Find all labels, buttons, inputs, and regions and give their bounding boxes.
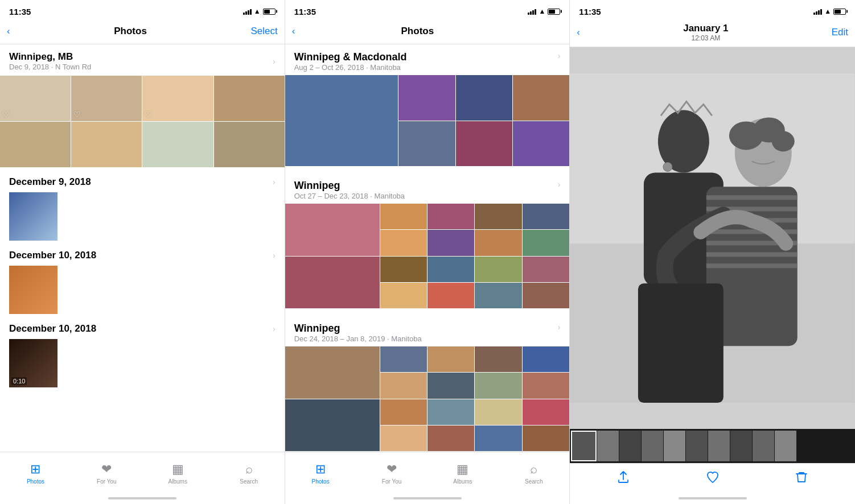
cc2e [523,204,569,229]
foryou-tab-icon-2: ❤ [387,462,397,477]
photo-cell-4[interactable] [214,76,285,121]
photo-cell-6[interactable] [71,122,142,167]
cc2m [475,257,521,282]
tab-photos-1[interactable]: ⊞ Photos [13,462,58,485]
chevron-place3-icon: › [558,323,561,332]
bottom-actions [570,463,855,493]
date-title-dec10a: December 10, 2018 [9,250,96,261]
wifi-icon-1: ▲ [254,7,261,15]
photo-cell-1[interactable]: ♡ [0,76,71,121]
tab-search-2[interactable]: ⌕ Search [511,462,557,485]
delete-button[interactable] [795,470,808,486]
place-date-1: Aug 2 – Oct 26, 2018 · Manitoba [294,63,407,72]
photo-cell-7[interactable] [142,122,213,167]
status-time-1: 11:35 [9,7,31,16]
tab-photos-2[interactable]: ⊞ Photos [298,462,343,485]
photo-dec10b[interactable]: 0:10 [9,339,57,387]
thumb-8[interactable] [730,431,752,461]
heart-badge-1: ♡ [2,110,10,119]
cc3l [428,399,474,425]
nav-back-2[interactable]: ‹ [292,26,295,37]
share-button[interactable] [616,470,630,486]
foryou-tab-icon-1: ❤ [101,462,112,477]
place-entry-3[interactable]: Winnipeg Dec 24, 2018 – Jan 8, 2019 · Ma… [285,323,570,452]
collage-cell-1d [513,75,569,121]
chevron-dec10b-icon: › [273,324,276,333]
search-tab-icon-2: ⌕ [530,462,537,477]
chevron-dec10a-icon: › [273,251,276,260]
photo-cell-3[interactable]: ♡ [142,76,213,121]
photo-dec10a[interactable] [9,266,57,314]
content-1: Winnipeg, MB Dec 9, 2018 · N Town Rd › ♡… [0,44,285,452]
place-entry-header-3: Winnipeg Dec 24, 2018 – Jan 8, 2019 · Ma… [285,323,570,346]
thumb-3[interactable] [619,431,641,461]
nav-title-2: Photos [401,26,434,37]
thumb-5[interactable] [664,431,685,461]
place-entry-header-1: Winnipeg & Macdonald Aug 2 – Oct 26, 201… [285,51,570,75]
photo-cell-2[interactable]: ♡ [71,76,142,121]
chevron-place1-icon: › [558,51,561,60]
collage-cell-1e [398,121,455,167]
thumb-4[interactable] [642,431,663,461]
albums-tab-label-1: Albums [168,478,187,485]
status-icons-3: ▲ [813,7,846,15]
edit-button-3[interactable]: Edit [832,27,848,38]
home-bar-3 [679,497,747,499]
tab-foryou-2[interactable]: ❤ For You [369,462,414,485]
nav-back-3[interactable]: ‹ [577,27,580,38]
date-section-dec10a[interactable]: December 10, 2018 › [0,243,285,263]
photo-cell-8[interactable] [214,122,285,167]
thumb-7[interactable] [708,431,730,461]
chevron-right-icon: › [273,57,276,66]
battery-icon-3 [833,9,846,15]
cc3r [523,425,569,451]
tab-foryou-1[interactable]: ❤ For You [84,462,129,485]
search-tab-label-1: Search [240,478,258,485]
date-section-dec10b[interactable]: December 10, 2018 › [0,316,285,337]
cc2r [523,283,569,308]
tab-albums-2[interactable]: ▦ Albums [440,462,486,485]
cc3h [475,373,521,398]
photo-dec9[interactable] [9,192,57,241]
thumb-10[interactable] [775,431,796,461]
cc3g [428,373,474,398]
places-list[interactable]: Winnipeg & Macdonald Aug 2 – Oct 26, 201… [285,44,570,452]
cc2p [428,283,474,308]
place-title: Winnipeg, MB [9,51,91,63]
cc2f [380,230,427,255]
tab-search-1[interactable]: ⌕ Search [226,462,272,485]
status-time-2: 11:35 [294,7,316,16]
status-icons-2: ▲ [528,7,560,15]
cc2l [428,257,474,282]
thumbnail-strip[interactable] [570,429,855,463]
tab-albums-1[interactable]: ▦ Albums [155,462,200,485]
thumb-1[interactable] [571,431,597,461]
place-date-2: Oct 27 – Dec 23, 2018 · Manitoba [294,192,405,200]
thumb-9[interactable] [753,431,774,461]
nav-back-1[interactable]: ‹ [7,26,10,37]
cc2i [523,230,569,255]
date-section-dec9[interactable]: December 9, 2018 › [0,170,285,190]
thumb-2[interactable] [597,431,619,461]
photo-detail-content [570,47,855,493]
place-header-winnipeg[interactable]: Winnipeg, MB Dec 9, 2018 · N Town Rd › [0,44,285,73]
home-indicator-1 [0,493,285,504]
place-entry-1[interactable]: Winnipeg & Macdonald Aug 2 – Oct 26, 201… [285,51,570,166]
thumb-6[interactable] [686,431,708,461]
wifi-icon-2: ▲ [539,7,545,15]
cc3n [523,399,569,425]
main-photo[interactable] [570,47,855,429]
cc3m [475,399,521,425]
photos-list[interactable]: Winnipeg, MB Dec 9, 2018 · N Town Rd › ♡… [0,44,285,452]
heart-button[interactable] [706,470,720,486]
photo-cell-5[interactable] [0,122,71,167]
search-tab-label-2: Search [525,478,543,485]
home-bar-2 [393,497,462,499]
collage-cell-1g [513,121,569,167]
collage-cell-1c [456,75,512,121]
select-button-1[interactable]: Select [250,26,277,37]
place-entry-2[interactable]: Winnipeg Oct 27 – Dec 23, 2018 · Manitob… [285,180,570,309]
svg-rect-18 [570,73,855,403]
place-name-3: Winnipeg [294,323,422,334]
photo-grid-top: ♡ ♡ ♡ [0,76,285,167]
